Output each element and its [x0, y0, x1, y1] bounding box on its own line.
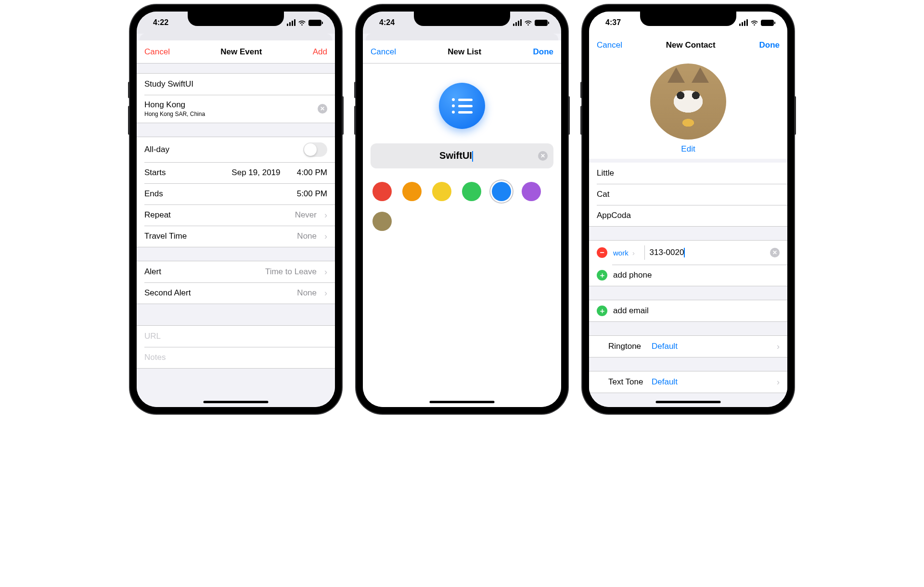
nav-bar: Cancel New Contact Done: [589, 34, 787, 57]
phone-new-contact: 4:37 Cancel New Contact Done Edit Little…: [582, 5, 794, 414]
wifi-icon: [298, 20, 306, 26]
battery-icon: [761, 20, 774, 26]
chevron-right-icon: ›: [324, 231, 327, 242]
ends-row[interactable]: Ends 5:00 PM: [137, 183, 335, 204]
color-swatch-4[interactable]: [492, 182, 511, 201]
edit-photo-button[interactable]: Edit: [681, 144, 695, 154]
list-icon: [439, 83, 485, 129]
url-input[interactable]: URL: [137, 326, 335, 347]
cellular-icon: [513, 19, 522, 26]
phone-new-list: 4:24 Cancel New List Done: [356, 5, 568, 414]
home-indicator[interactable]: [656, 401, 721, 403]
chevron-right-icon: ›: [324, 267, 327, 277]
color-swatch-6[interactable]: [372, 212, 392, 231]
cellular-icon: [739, 19, 748, 26]
nav-bar: Cancel New List Done: [363, 40, 561, 64]
color-swatch-5[interactable]: [522, 182, 541, 201]
ringtone-row[interactable]: Ringtone Default ›: [589, 336, 787, 357]
contact-avatar[interactable]: [650, 64, 726, 140]
home-indicator[interactable]: [430, 401, 495, 403]
nav-bar: Cancel New Event Add: [137, 40, 335, 64]
travel-time-row[interactable]: Travel Time None›: [137, 226, 335, 247]
nav-title: New Event: [220, 47, 262, 57]
add-email-row[interactable]: ＋ add email: [589, 300, 787, 321]
wifi-icon: [750, 20, 758, 26]
phone-entry-row[interactable]: − work › 313-0020 ✕: [589, 241, 787, 265]
add-phone-row[interactable]: ＋ add phone: [589, 265, 787, 286]
company-input[interactable]: AppCoda: [589, 205, 787, 226]
plus-icon: ＋: [597, 270, 607, 281]
wifi-icon: [524, 20, 532, 26]
alert-row[interactable]: Alert Time to Leave›: [137, 261, 335, 282]
color-swatch-3[interactable]: [462, 182, 481, 201]
phone-new-event: 4:22 Cancel New Event Add Study SwiftUI …: [130, 5, 342, 414]
status-time: 4:37: [605, 18, 621, 27]
done-button[interactable]: Done: [759, 40, 780, 50]
all-day-row: All-day: [137, 137, 335, 162]
color-swatch-0[interactable]: [372, 182, 392, 201]
battery-icon: [308, 20, 321, 26]
home-indicator[interactable]: [204, 401, 269, 403]
done-button[interactable]: Done: [533, 47, 553, 57]
nav-title: New Contact: [666, 40, 716, 50]
color-swatch-2[interactable]: [432, 182, 451, 201]
clear-name-button[interactable]: ✕: [538, 151, 548, 161]
status-time: 4:22: [153, 18, 168, 27]
color-palette: [363, 168, 561, 244]
second-alert-row[interactable]: Second Alert None›: [137, 282, 335, 304]
remove-phone-button[interactable]: −: [597, 247, 607, 258]
cellular-icon: [287, 19, 295, 26]
last-name-input[interactable]: Cat: [589, 184, 787, 205]
chevron-right-icon: ›: [324, 210, 327, 220]
phone-number-input[interactable]: 313-0020: [650, 248, 770, 258]
chevron-right-icon: ›: [777, 377, 780, 387]
event-title-input[interactable]: Study SwiftUI: [137, 74, 335, 95]
nav-title: New List: [448, 47, 481, 57]
cancel-button[interactable]: Cancel: [371, 47, 396, 57]
starts-row[interactable]: Starts Sep 19, 2019 4:00 PM: [137, 162, 335, 183]
event-location-input[interactable]: Hong Kong Hong Kong SAR, China ✕: [137, 95, 335, 123]
plus-icon: ＋: [597, 306, 607, 316]
texttone-row[interactable]: Text Tone Default ›: [589, 371, 787, 393]
status-time: 4:24: [379, 18, 395, 27]
first-name-input[interactable]: Little: [589, 163, 787, 184]
phone-type-selector[interactable]: work ›: [613, 249, 635, 257]
chevron-right-icon: ›: [324, 288, 327, 298]
chevron-right-icon: ›: [777, 342, 780, 352]
add-button[interactable]: Add: [313, 47, 327, 57]
notes-input[interactable]: Notes: [137, 347, 335, 368]
cancel-button[interactable]: Cancel: [597, 40, 622, 50]
cancel-button[interactable]: Cancel: [144, 47, 170, 57]
battery-icon: [535, 20, 548, 26]
list-name-input[interactable]: SwiftUI ✕: [371, 143, 553, 168]
clear-phone-button[interactable]: ✕: [770, 248, 780, 257]
all-day-toggle[interactable]: [303, 142, 327, 157]
color-swatch-1[interactable]: [402, 182, 422, 201]
clear-location-button[interactable]: ✕: [318, 104, 327, 114]
repeat-row[interactable]: Repeat Never›: [137, 204, 335, 226]
